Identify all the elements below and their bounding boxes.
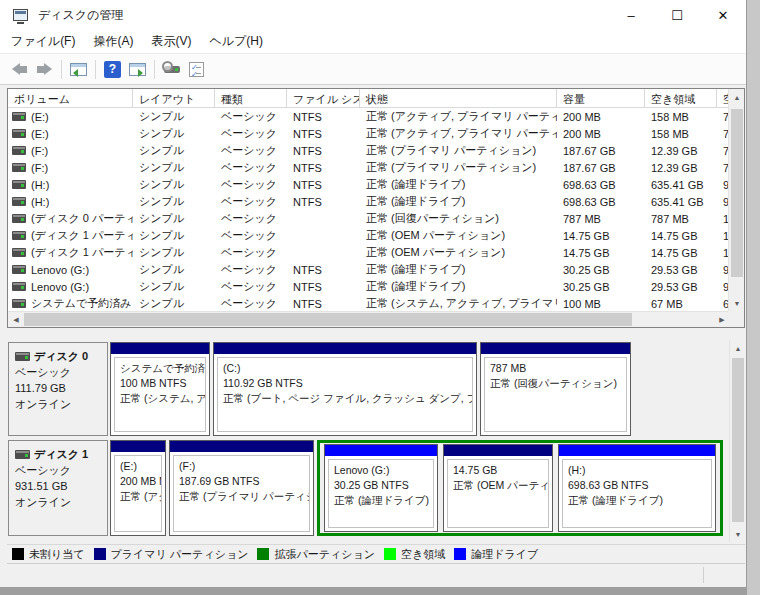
table-row[interactable]: (ディスク 0 パーティシ...シンプルベーシック正常 (回復パーティション)7… (8, 210, 744, 227)
back-arrow-icon (12, 63, 27, 75)
toolbar-separator (154, 60, 155, 79)
partition[interactable]: システムで予約済み100 MB NTFS正常 (システム, アクティブ, プライ… (110, 342, 210, 436)
drive-icon (12, 214, 26, 223)
help-button[interactable]: ? (100, 57, 125, 81)
drive-icon (12, 163, 26, 172)
checklist-icon: ✓✓ (189, 62, 204, 77)
disk-segments: (E:)200 MB NTFS正常 (アクティブ, プライマリ パーティション)… (110, 440, 726, 536)
cell-volume: (F:) (8, 162, 133, 174)
disk-name: ディスク 0 (34, 348, 88, 364)
menu-file[interactable]: ファイル(F) (2, 30, 84, 53)
partition-name: Lenovo (G:) (334, 463, 433, 478)
table-row[interactable]: (E:)シンプルベーシックNTFS正常 (アクティブ, プライマリ パーティシ.… (8, 125, 744, 142)
cell-capacity: 100 MB (557, 298, 645, 310)
cell-free: 67 MB (645, 298, 717, 310)
partition-status: 正常 (論理ドライブ) (568, 493, 711, 508)
partition-info: (H:)698.63 GB NTFS正常 (論理ドライブ) (562, 459, 712, 528)
cell-fs: NTFS (287, 111, 360, 123)
cell-fs: NTFS (287, 179, 360, 191)
table-row[interactable]: (E:)シンプルベーシックNTFS正常 (アクティブ, プライマリ パーティシ.… (8, 108, 744, 125)
toolbar-separator (95, 60, 96, 79)
cell-free: 158 MB (645, 128, 717, 140)
menu-help[interactable]: ヘルプ(H) (200, 30, 272, 53)
scroll-up-icon[interactable]: ▲ (729, 89, 745, 105)
column-header-3[interactable]: ファイル システム (287, 89, 360, 107)
legend-item: 空き領域 (384, 547, 445, 562)
column-header-5[interactable]: 容量 (557, 89, 645, 107)
cell-type: ベーシック (215, 194, 287, 209)
cell-status: 正常 (プライマリ パーティション) (360, 160, 557, 175)
partition[interactable]: 14.75 GB正常 (OEM パーティション) (443, 444, 553, 532)
table-row[interactable]: (H:)シンプルベーシックNTFS正常 (論理ドライブ)698.63 GB635… (8, 193, 744, 210)
column-header-6[interactable]: 空き領域 (645, 89, 717, 107)
legend-bar: 未割り当てプライマリ パーティション拡張パーティション空き領域論理ドライブ (7, 544, 745, 563)
scroll-down-icon[interactable]: ▼ (729, 295, 745, 311)
status-bar-divider (703, 567, 704, 583)
table-row[interactable]: (F:)シンプルベーシックNTFS正常 (プライマリ パーティション)187.6… (8, 159, 744, 176)
window-title: ディスクの管理 (38, 7, 123, 24)
cell-status: 正常 (論理ドライブ) (360, 177, 557, 192)
partition-info: 14.75 GB正常 (OEM パーティション) (447, 459, 549, 528)
app-icon (13, 9, 28, 21)
partition[interactable]: (F:)187.69 GB NTFS正常 (プライマリ パーティション) (169, 440, 314, 536)
menu-view[interactable]: 表示(V) (142, 30, 200, 53)
list-vertical-scrollbar[interactable]: ▲ ▼ (728, 89, 744, 311)
table-row[interactable]: Lenovo (G:)シンプルベーシックNTFS正常 (論理ドライブ)30.25… (8, 261, 744, 278)
cell-layout: シンプル (133, 262, 215, 277)
partition-size: 787 MB (490, 361, 626, 376)
vertical-scroll-thumb[interactable] (732, 358, 744, 522)
drive-icon (12, 248, 26, 257)
cell-volume: (ディスク 1 パーティシ... (8, 245, 133, 260)
console-tree-button[interactable] (66, 57, 91, 81)
partition[interactable]: (E:)200 MB NTFS正常 (アクティブ, プライマリ パーティション) (110, 440, 166, 536)
disk-status: オンライン (15, 396, 107, 412)
disk-label[interactable]: ディスク 0ベーシック111.79 GBオンライン (8, 342, 108, 436)
cell-status: 正常 (プライマリ パーティション) (360, 143, 557, 158)
column-header-4[interactable]: 状態 (360, 89, 557, 107)
cell-free: 14.75 GB (645, 230, 717, 242)
partition[interactable]: (C:)110.92 GB NTFS正常 (ブート, ページ ファイル, クラッ… (213, 342, 477, 436)
cell-volume: Lenovo (G:) (8, 281, 133, 293)
forward-arrow-icon (37, 63, 52, 75)
column-header-2[interactable]: 種類 (215, 89, 287, 107)
properties-button[interactable] (159, 57, 184, 81)
table-row[interactable]: Lenovo (G:)シンプルベーシックNTFS正常 (論理ドライブ)30.25… (8, 278, 744, 295)
pane-vertical-scrollbar[interactable]: ▲ ▼ (729, 340, 745, 542)
scroll-down-icon[interactable]: ▼ (730, 526, 746, 542)
scroll-up-icon[interactable]: ▲ (730, 340, 746, 356)
table-row[interactable]: (ディスク 1 パーティシ...シンプルベーシック正常 (OEM パーティション… (8, 244, 744, 261)
cell-capacity: 187.67 GB (557, 162, 645, 174)
disk-row-0: ディスク 0ベーシック111.79 GBオンラインシステムで予約済み100 MB… (8, 342, 634, 436)
horizontal-scrollbar[interactable]: ◀ ▶ (8, 311, 730, 327)
disk-size: 111.79 GB (15, 380, 107, 396)
vertical-scroll-thumb[interactable] (731, 109, 743, 277)
table-row[interactable]: (F:)シンプルベーシックNTFS正常 (プライマリ パーティション)187.6… (8, 142, 744, 159)
horizontal-scroll-thumb[interactable] (24, 313, 632, 326)
table-row[interactable]: システムで予約済みシンプルベーシックNTFS正常 (システム, アクティブ, プ… (8, 295, 744, 312)
close-button[interactable]: ✕ (700, 0, 746, 30)
back-button[interactable] (7, 57, 32, 81)
legend-swatch (12, 548, 24, 560)
cell-fs: NTFS (287, 196, 360, 208)
scroll-left-icon[interactable]: ◀ (8, 312, 24, 327)
cell-fs: NTFS (287, 281, 360, 293)
column-header-0[interactable]: ボリューム (8, 89, 133, 107)
partition[interactable]: 787 MB正常 (回復パーティション) (480, 342, 631, 436)
partition[interactable]: Lenovo (G:)30.25 GB NTFS正常 (論理ドライブ) (324, 444, 438, 532)
forward-button[interactable] (32, 57, 57, 81)
disk-label[interactable]: ディスク 1ベーシック931.51 GBオンライン (8, 440, 108, 536)
table-row[interactable]: (ディスク 1 パーティシ...シンプルベーシック正常 (OEM パーティション… (8, 227, 744, 244)
disk-name: ディスク 1 (34, 446, 88, 462)
drive-icon (12, 265, 26, 274)
partition-color-bar (214, 343, 476, 354)
menu-action[interactable]: 操作(A) (84, 30, 142, 53)
table-row[interactable]: (H:)シンプルベーシックNTFS正常 (論理ドライブ)698.63 GB635… (8, 176, 744, 193)
cell-status: 正常 (回復パーティション) (360, 211, 557, 226)
partition-name: システムで予約済み (120, 361, 205, 376)
minimize-button[interactable]: – (608, 0, 654, 30)
maximize-button[interactable]: ☐ (654, 0, 700, 30)
action-pane-button[interactable] (125, 57, 150, 81)
partition[interactable]: (H:)698.63 GB NTFS正常 (論理ドライブ) (558, 444, 716, 532)
checklist-button[interactable]: ✓✓ (184, 57, 209, 81)
column-header-1[interactable]: レイアウト (133, 89, 215, 107)
